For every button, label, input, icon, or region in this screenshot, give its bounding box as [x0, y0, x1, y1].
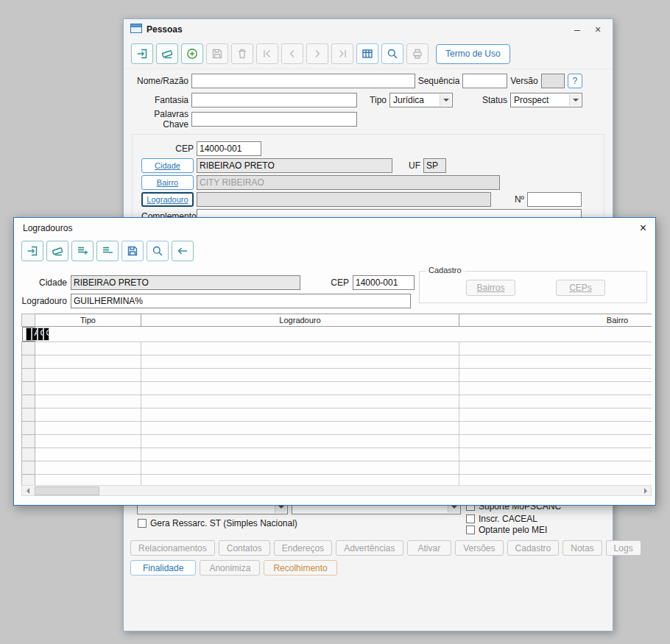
status-select[interactable]: Prospect	[510, 93, 582, 107]
grid-empty-row[interactable]	[22, 382, 652, 395]
grid-empty-row[interactable]	[22, 435, 652, 448]
exit-button[interactable]	[21, 241, 43, 261]
dialog-title: Logradouros	[23, 223, 72, 233]
cidade-input[interactable]	[197, 158, 392, 173]
dialog-cidade-input[interactable]	[71, 275, 300, 290]
eraser-icon-button[interactable]	[46, 241, 68, 261]
pessoas-titlebar[interactable]: Pessoas – ×	[124, 19, 613, 39]
grid-empty-row[interactable]	[22, 461, 652, 475]
ativar-button[interactable]: Ativar	[407, 540, 452, 556]
bairros-button[interactable]: Bairros	[466, 280, 515, 296]
grid-empty-row[interactable]	[22, 342, 652, 355]
fantasia-label: Fantasia	[133, 95, 188, 105]
cadastro-group-label: Cadastro	[426, 266, 465, 275]
logradouro-button[interactable]: Logradouro	[141, 192, 194, 207]
grid-empty-row[interactable]	[22, 448, 652, 461]
dialog-logradouro-input[interactable]	[71, 294, 411, 308]
logradouro-input	[197, 192, 491, 207]
grid-header-row: Tipo Logradouro Bairro	[22, 314, 652, 327]
search-button[interactable]	[147, 241, 169, 261]
logs-button[interactable]: Logs	[606, 540, 641, 556]
previous-record-button[interactable]	[281, 43, 303, 64]
logradouros-dialog: Logradouros × Cidade CEP Logradouro Cada…	[13, 217, 656, 506]
grid-empty-row[interactable]	[22, 422, 652, 435]
first-record-button[interactable]	[256, 43, 278, 64]
grid-column-logradouro[interactable]: Logradouro	[141, 314, 459, 327]
anonimiza-button[interactable]: Anonimiza	[200, 560, 260, 576]
fantasia-input[interactable]	[191, 93, 357, 107]
dialog-cep-label: CEP	[330, 277, 349, 288]
delete-button[interactable]	[231, 43, 253, 64]
logradouros-titlebar[interactable]: Logradouros ×	[14, 218, 655, 238]
sequencia-input[interactable]	[462, 74, 507, 88]
cidade-button[interactable]: Cidade	[141, 158, 194, 173]
last-record-button[interactable]	[331, 43, 353, 64]
eraser-icon-button[interactable]	[156, 43, 178, 64]
numero-input[interactable]	[527, 192, 582, 207]
grid-empty-row[interactable]	[22, 408, 652, 422]
relacionamentos-button[interactable]: Relacionamentos	[130, 540, 215, 556]
next-record-button[interactable]	[306, 43, 328, 64]
grid-column-tipo[interactable]: Tipo	[35, 314, 141, 327]
back-button[interactable]	[172, 241, 194, 261]
horizontal-scrollbar[interactable]	[21, 485, 652, 496]
recolhimento-button[interactable]: Recolhimento	[264, 560, 336, 576]
palavras-chave-input[interactable]	[191, 112, 357, 127]
versao-input	[541, 74, 565, 88]
scroll-left-arrow-icon[interactable]	[22, 486, 33, 495]
add-row-button[interactable]	[71, 241, 94, 261]
checkbox-box	[466, 526, 475, 534]
cell-bairro[interactable]: CITY RIBEIRAO	[43, 328, 49, 341]
close-icon[interactable]: ×	[640, 222, 646, 234]
add-button[interactable]	[181, 43, 203, 64]
save-button[interactable]	[206, 43, 228, 64]
nome-razao-label: Nome/Razão	[133, 76, 188, 86]
minimize-button[interactable]: –	[569, 24, 585, 35]
scroll-right-arrow-icon[interactable]	[640, 486, 651, 495]
cep-input[interactable]	[197, 141, 261, 156]
cell-logradouro[interactable]: GUILHERMINA CUNHA COELHO	[38, 328, 43, 341]
enderecos-button[interactable]: Endereços	[274, 540, 332, 556]
nome-razao-input[interactable]	[191, 74, 415, 88]
pessoas-buttons-row-2: Finalidade Anonimiza Recolhimento	[130, 560, 337, 576]
grid-empty-row[interactable]	[22, 355, 652, 369]
grid-empty-row[interactable]	[22, 395, 652, 408]
logradouros-grid[interactable]: Tipo Logradouro Bairro AVENIDA GUILHERMI…	[21, 314, 652, 485]
contatos-button[interactable]: Contatos	[219, 540, 270, 556]
versoes-button[interactable]: Versões	[455, 540, 503, 556]
dialog-cep-input[interactable]	[353, 275, 415, 290]
finalidade-button[interactable]: Finalidade	[130, 560, 196, 576]
save-button[interactable]	[121, 241, 144, 261]
grid-view-button[interactable]	[356, 43, 378, 64]
print-button[interactable]	[406, 43, 429, 64]
close-button[interactable]: ×	[590, 24, 606, 35]
search-button[interactable]	[381, 43, 403, 64]
app-icon	[130, 24, 142, 35]
help-button[interactable]: ?	[568, 74, 582, 88]
bairro-input	[197, 175, 500, 190]
remove-row-button[interactable]	[96, 241, 119, 261]
exit-button[interactable]	[131, 43, 153, 64]
checkbox-optante-mei[interactable]: Optante pelo MEI	[466, 525, 547, 535]
advertencias-button[interactable]: Advertências	[336, 540, 403, 556]
uf-input[interactable]	[423, 158, 446, 173]
row-indicator-cell	[26, 328, 32, 341]
checkbox-inscr-caceal[interactable]: Inscr. CACEAL	[466, 514, 537, 524]
cell-tipo[interactable]: AVENIDA	[32, 328, 38, 341]
checkbox-box	[138, 519, 147, 528]
checkbox-gera-ressarc[interactable]: Gera Ressarc. ST (Simples Nacional)	[138, 518, 297, 528]
termo-de-uso-button[interactable]: Termo de Uso	[436, 44, 510, 64]
bairro-button[interactable]: Bairro	[141, 175, 194, 190]
notas-button[interactable]: Notas	[563, 540, 602, 556]
scrollbar-thumb[interactable]	[35, 486, 99, 495]
numero-label: Nº	[511, 194, 524, 205]
palavras-chave-label: Palavras Chave	[133, 109, 188, 130]
ceps-button[interactable]: CEPs	[556, 280, 605, 296]
cadastro-button[interactable]: Cadastro	[507, 540, 560, 556]
tipo-select[interactable]: Jurídica	[389, 93, 453, 107]
grid-empty-row[interactable]	[22, 475, 652, 486]
grid-row-selected[interactable]: AVENIDA GUILHERMINA CUNHA COELHO CITY RI…	[22, 327, 35, 342]
logradouros-toolbar	[14, 238, 655, 266]
grid-empty-row[interactable]	[22, 369, 652, 382]
grid-column-bairro[interactable]: Bairro	[459, 314, 652, 327]
